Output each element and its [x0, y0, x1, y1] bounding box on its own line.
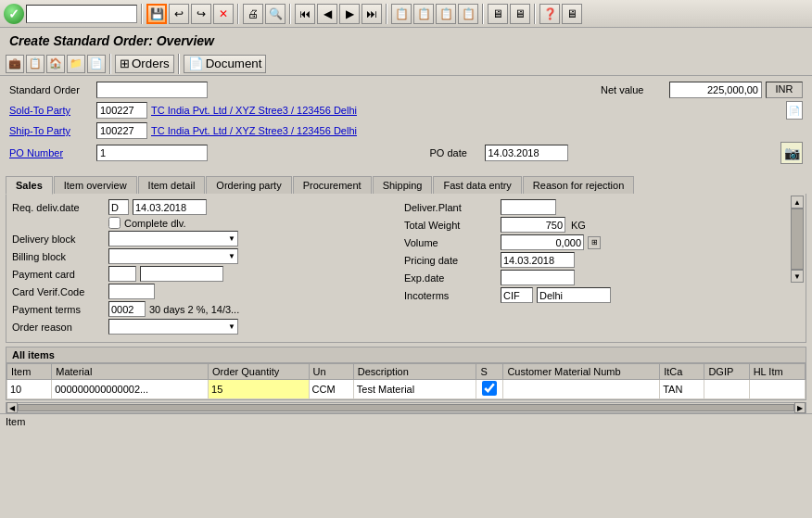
last-page-button[interactable]: ⏭	[362, 4, 382, 24]
customize-button[interactable]: 🖥	[562, 4, 582, 24]
nav-left-button[interactable]: 📋	[436, 4, 456, 24]
billing-block-row: Billing block ▼	[12, 248, 389, 264]
pricing-date-input[interactable]	[501, 252, 575, 268]
po-number-input[interactable]	[96, 145, 208, 161]
find-button[interactable]: 🔍	[265, 4, 285, 24]
payment-terms-label: Payment terms	[12, 304, 105, 315]
help-button[interactable]: ❓	[539, 4, 560, 24]
total-weight-input[interactable]	[501, 217, 565, 233]
portfolio-button[interactable]: 💼	[6, 55, 24, 73]
complete-dlv-checkbox[interactable]	[108, 217, 121, 229]
cell-s[interactable]	[476, 380, 503, 399]
incoterms-code-input[interactable]	[501, 287, 533, 303]
exp-date-label: Exp.date	[404, 272, 497, 284]
monitor2-button[interactable]: 🖥	[510, 4, 530, 24]
tab-item-detail[interactable]: Item detail	[138, 176, 206, 194]
col-itca: ItCa	[660, 364, 704, 380]
status-icon: ✓	[4, 4, 24, 24]
payment-terms-code-input[interactable]	[108, 301, 146, 317]
vertical-scrollbar[interactable]: ▲ ▼	[791, 196, 804, 283]
payment-terms-row: Payment terms 30 days 2 %, 14/3...	[12, 301, 389, 317]
tab-ordering-party[interactable]: Ordering party	[206, 176, 291, 194]
main-toolbar: ✓ 💾 ↩ ↪ ✕ 🖨 🔍 ⏮ ◀ ▶ ⏭ 📋 📋 📋 📋 🖥 🖥 ❓ 🖥	[0, 0, 812, 28]
nav-up-button[interactable]: 📋	[391, 4, 412, 24]
photo-icon[interactable]: 📷	[780, 142, 803, 164]
payment-card-input1[interactable]	[108, 266, 136, 282]
payment-card-label: Payment card	[12, 269, 105, 280]
tab-item-overview[interactable]: Item overview	[54, 176, 137, 194]
standard-order-input[interactable]	[96, 82, 208, 98]
orders-grid-icon: ⊞	[120, 57, 130, 70]
nav-right-button[interactable]: 📋	[458, 4, 478, 24]
scroll-right-btn[interactable]: ▶	[794, 402, 806, 413]
horizontal-scrollbar[interactable]: ◀ ▶	[6, 402, 806, 413]
po-number-label[interactable]: PO Number	[9, 147, 93, 158]
cell-description: Test Material	[353, 380, 476, 399]
exit-button[interactable]: ↪	[191, 4, 211, 24]
first-page-button[interactable]: ⏮	[295, 4, 315, 24]
cell-unit: CCM	[309, 380, 353, 399]
order-qty-input[interactable]	[211, 382, 306, 397]
orders-button[interactable]: ⊞ Orders	[115, 55, 174, 73]
cell-cust-mat-numb	[503, 380, 660, 399]
scroll-up-btn[interactable]: ▲	[791, 196, 804, 208]
tab-procurement[interactable]: Procurement	[293, 176, 372, 194]
order-reason-dropdown[interactable]: ▼	[108, 319, 238, 335]
total-weight-unit: KG	[571, 220, 586, 231]
sold-to-id-input[interactable]	[96, 102, 147, 119]
incoterms-place-input[interactable]	[537, 287, 611, 303]
col-item: Item	[7, 364, 52, 380]
po-number-row: PO Number PO date 📷	[9, 142, 803, 164]
delivery-block-dropdown[interactable]: ▼	[108, 231, 238, 246]
cell-order-qty[interactable]	[209, 380, 310, 399]
scroll-down-btn[interactable]: ▼	[791, 270, 804, 283]
folder-button[interactable]: 📁	[67, 55, 85, 73]
nav-down-button[interactable]: 📋	[413, 4, 434, 24]
po-date-input[interactable]	[485, 145, 568, 161]
status-text: Item	[6, 416, 25, 427]
payment-card-input2[interactable]	[140, 266, 223, 282]
scroll-track[interactable]	[791, 208, 804, 270]
standard-order-row: Standard Order Net value INR	[9, 82, 803, 98]
print-button[interactable]: 🖨	[243, 4, 263, 24]
scroll-left-btn[interactable]: ◀	[6, 402, 18, 413]
net-value-input[interactable]	[669, 82, 762, 98]
volume-expand-btn[interactable]: ⊞	[588, 236, 601, 249]
tab-sales[interactable]: Sales	[6, 176, 53, 195]
ship-to-name[interactable]: TC India Pvt. Ltd / XYZ Stree3 / 123456 …	[151, 125, 357, 136]
sold-to-label[interactable]: Sold-To Party	[9, 105, 93, 116]
command-input[interactable]	[26, 5, 137, 23]
col-order-qty: Order Quantity	[209, 364, 310, 380]
doc2-button[interactable]: 📄	[87, 55, 106, 73]
tab-shipping[interactable]: Shipping	[373, 176, 433, 194]
volume-input[interactable]	[501, 234, 584, 250]
prev-page-button[interactable]: ◀	[317, 4, 337, 24]
complete-dlv-text: Complete dlv.	[124, 218, 185, 229]
document-button[interactable]: 📄 Document	[184, 55, 267, 73]
h-scroll-track[interactable]	[18, 404, 794, 411]
req-deliv-d-input[interactable]	[108, 199, 129, 215]
toolbar-separator-6	[534, 4, 536, 24]
toolbar-separator-4	[386, 4, 387, 24]
tab-reason-rejection[interactable]: Reason for rejection	[523, 176, 634, 194]
back-button[interactable]: ↩	[169, 4, 189, 24]
billing-block-dropdown[interactable]: ▼	[108, 248, 238, 264]
cell-item: 10	[7, 380, 52, 399]
s-checkbox[interactable]	[479, 381, 500, 396]
monitor-button[interactable]: 🖥	[488, 4, 508, 24]
ship-to-id-input[interactable]	[96, 122, 147, 139]
card-verif-input[interactable]	[108, 284, 155, 299]
clipboard-button[interactable]: 📋	[26, 55, 44, 73]
next-page-button[interactable]: ▶	[339, 4, 360, 24]
tab-fast-data-entry[interactable]: Fast data entry	[433, 176, 521, 194]
ship-to-label[interactable]: Ship-To Party	[9, 125, 93, 136]
sold-to-doc-icon[interactable]: 📄	[786, 101, 803, 120]
sold-to-name[interactable]: TC India Pvt. Ltd / XYZ Stree3 / 123456 …	[151, 105, 357, 116]
exp-date-input[interactable]	[501, 270, 575, 285]
cancel-button[interactable]: ✕	[213, 4, 234, 24]
req-deliv-date-input[interactable]	[133, 199, 207, 215]
save-button[interactable]: 💾	[146, 4, 167, 24]
home-button[interactable]: 🏠	[46, 55, 65, 73]
deliver-plant-input[interactable]	[501, 199, 556, 215]
sales-tab-content: ▲ ▼ Req. deliv.date Complete dlv. Delive…	[6, 194, 806, 343]
